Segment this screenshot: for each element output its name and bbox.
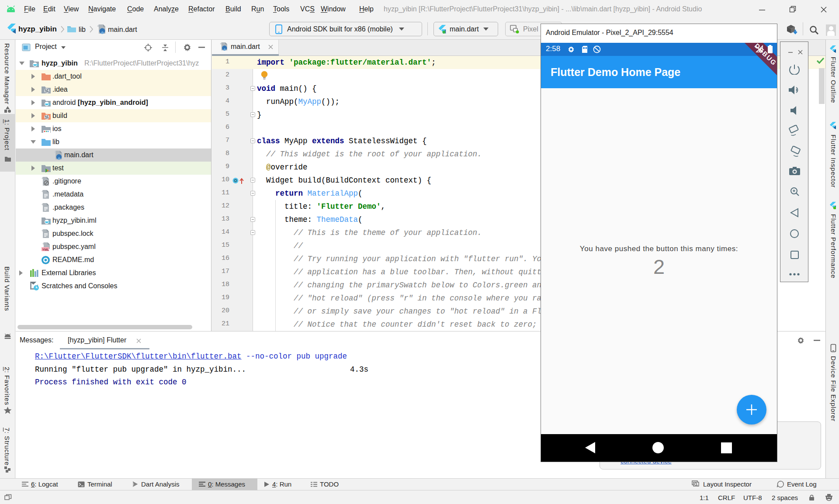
svg-text:YML: YML xyxy=(42,248,49,252)
